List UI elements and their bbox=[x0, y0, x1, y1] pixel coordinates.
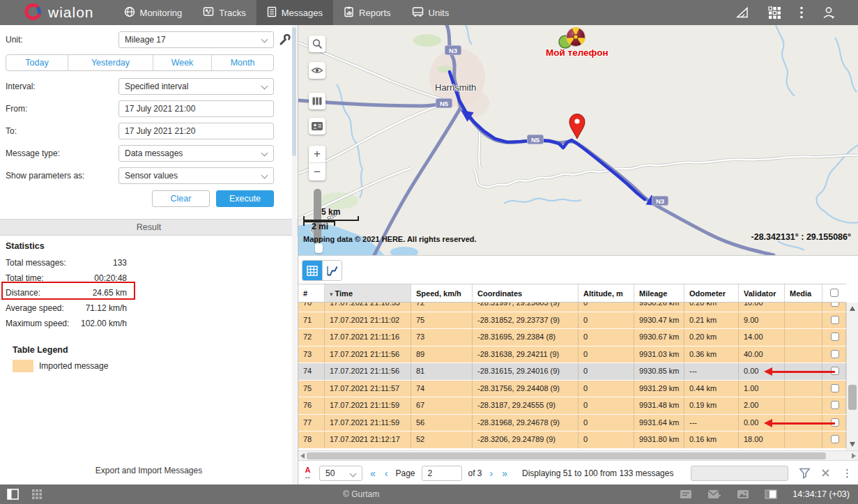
prev-page-button[interactable]: ‹ bbox=[383, 468, 390, 479]
col-header-odometer[interactable]: Odometer bbox=[684, 284, 739, 302]
range-today-button[interactable]: Today bbox=[6, 55, 68, 70]
row-checkbox[interactable] bbox=[831, 350, 839, 358]
zoom-out-button[interactable]: − bbox=[309, 163, 325, 181]
map-visibility-button[interactable] bbox=[309, 62, 325, 79]
split-view-icon[interactable] bbox=[765, 489, 777, 499]
clear-filter-icon[interactable] bbox=[821, 468, 830, 478]
first-page-button[interactable]: « bbox=[369, 468, 377, 479]
chart-view-button[interactable] bbox=[322, 261, 342, 280]
scrollbar-thumb[interactable] bbox=[848, 385, 857, 410]
next-page-button[interactable]: › bbox=[489, 468, 495, 479]
page-size-select[interactable]: 50 bbox=[319, 466, 362, 481]
map-search-button[interactable] bbox=[309, 36, 325, 52]
col-header-media[interactable]: Media bbox=[785, 284, 822, 302]
cell-time: 17.07.2021 21:11:59 bbox=[325, 415, 411, 432]
kebab-menu-icon[interactable] bbox=[800, 6, 803, 19]
table-row[interactable]: 7517.07.2021 21:11:5774-28.31756, 29.244… bbox=[298, 381, 846, 398]
row-checkbox[interactable] bbox=[831, 303, 839, 307]
col-header-coordinates[interactable]: Coordinates bbox=[473, 284, 579, 302]
map-contact-button[interactable] bbox=[309, 118, 325, 135]
tab-messages[interactable]: Messages bbox=[256, 0, 333, 25]
range-yesterday-button[interactable]: Yesterday bbox=[68, 55, 153, 70]
row-checkbox[interactable] bbox=[831, 401, 839, 409]
select-all-checkbox[interactable] bbox=[830, 289, 838, 297]
scroll-up-arrow[interactable] bbox=[850, 306, 855, 311]
scrollbar-thumb[interactable] bbox=[307, 452, 826, 459]
table-row[interactable]: 7817.07.2021 21:12:1752-28.3206, 29.2478… bbox=[298, 432, 846, 449]
table-row[interactable]: 7117.07.2021 21:11:0275-28.31852, 29.237… bbox=[298, 312, 846, 330]
from-date-value: 17 July 2021 21:00 bbox=[125, 104, 195, 114]
table-horizontal-scrollbar[interactable] bbox=[298, 450, 858, 460]
more-options-icon[interactable]: ⋮ bbox=[842, 470, 852, 477]
tab-units[interactable]: Units bbox=[401, 0, 460, 25]
user-account-icon[interactable] bbox=[822, 6, 836, 20]
last-page-button[interactable]: » bbox=[500, 468, 509, 479]
tab-reports[interactable]: Reports bbox=[333, 0, 401, 25]
pagination-status: Displaying 51 to 100 from 133 messages bbox=[522, 468, 673, 478]
range-month-button[interactable]: Month bbox=[211, 55, 273, 70]
table-row[interactable]: 7617.07.2021 21:11:5967-28.3187, 29.2455… bbox=[298, 397, 846, 415]
show-parameters-select[interactable]: Sensor values bbox=[118, 167, 274, 184]
tab-monitoring[interactable]: Monitoring bbox=[114, 0, 193, 25]
measure-tool-icon[interactable] bbox=[735, 6, 749, 19]
stat-value: 133 bbox=[113, 258, 127, 268]
unit-properties-wrench-icon[interactable] bbox=[278, 33, 291, 49]
scroll-down-arrow[interactable] bbox=[850, 442, 855, 447]
wialon-logo[interactable]: wialon bbox=[24, 3, 94, 22]
grid-dots-icon[interactable] bbox=[31, 489, 43, 500]
notes-icon[interactable] bbox=[680, 489, 692, 499]
row-checkbox[interactable] bbox=[831, 384, 839, 392]
table-view-button[interactable] bbox=[302, 261, 322, 280]
autofit-columns-icon[interactable]: A↔ bbox=[304, 467, 312, 480]
map-scale: 5 km 2 mi bbox=[303, 208, 359, 231]
map-splitter-nub[interactable] bbox=[315, 243, 323, 253]
scrollbar-thumb[interactable] bbox=[292, 27, 296, 156]
cell-validator: 10.00 bbox=[739, 303, 785, 312]
map-layers-button[interactable] bbox=[309, 93, 325, 109]
cell-validator: 18.00 bbox=[739, 432, 785, 448]
legend-item-label: Imported message bbox=[39, 361, 108, 371]
col-header-speed[interactable]: Speed, km/h bbox=[411, 284, 473, 302]
left-panel-scrollbar[interactable] bbox=[292, 25, 297, 484]
col-header-time[interactable]: ▾Time bbox=[325, 284, 411, 302]
media-icon[interactable] bbox=[737, 489, 749, 499]
table-row[interactable]: 7417.07.2021 21:11:5681-28.31615, 29.240… bbox=[298, 363, 846, 381]
zoom-in-button[interactable]: + bbox=[309, 146, 325, 163]
scroll-right-arrow[interactable] bbox=[852, 453, 856, 459]
col-header-altitude[interactable]: Altitude, m bbox=[579, 284, 634, 302]
row-checkbox[interactable] bbox=[831, 435, 839, 443]
table-rows: 7017.07.2021 21:10:5372-28.31997, 29.236… bbox=[298, 303, 846, 450]
row-checkbox[interactable] bbox=[831, 333, 839, 341]
table-row[interactable]: 7017.07.2021 21:10:5372-28.31997, 29.236… bbox=[298, 303, 846, 312]
apps-grid-icon[interactable] bbox=[768, 6, 781, 20]
table-filter-input[interactable] bbox=[691, 466, 788, 481]
to-date-input[interactable]: 17 July 2021 21:20 bbox=[118, 123, 274, 139]
range-week-button[interactable]: Week bbox=[153, 55, 211, 70]
cell-speed: 67 bbox=[411, 397, 473, 414]
col-header-num[interactable]: # bbox=[298, 284, 325, 302]
col-header-mileage[interactable]: Mileage bbox=[634, 284, 684, 302]
page-number-input[interactable]: 2 bbox=[422, 466, 462, 481]
filter-funnel-icon[interactable] bbox=[799, 467, 811, 479]
execute-button[interactable]: Execute bbox=[216, 190, 274, 207]
table-row[interactable]: 7317.07.2021 21:11:5689-28.31638, 29.242… bbox=[298, 346, 846, 364]
panel-toggle-icon[interactable] bbox=[7, 489, 19, 500]
cell-alt: 0 bbox=[579, 381, 634, 397]
export-import-link[interactable]: Export and Import Messages bbox=[0, 466, 298, 475]
map-canvas bbox=[298, 25, 858, 255]
mail-icon[interactable] bbox=[707, 489, 721, 499]
message-type-select[interactable]: Data messages bbox=[118, 145, 274, 162]
col-header-validator[interactable]: Validator bbox=[739, 284, 785, 302]
from-date-input[interactable]: 17 July 2021 21:00 bbox=[118, 100, 274, 117]
row-checkbox[interactable] bbox=[831, 316, 839, 324]
interval-select[interactable]: Specified interval bbox=[118, 78, 274, 95]
map[interactable]: Harrismith Мой телефон Maloti Rte N3 N5 … bbox=[298, 25, 858, 255]
tab-label: Monitoring bbox=[140, 8, 183, 18]
clear-button[interactable]: Clear bbox=[152, 190, 210, 207]
tab-tracks[interactable]: Tracks bbox=[192, 0, 256, 25]
unit-select[interactable]: Mileage 17 bbox=[118, 31, 274, 48]
scroll-left-arrow[interactable] bbox=[300, 453, 305, 459]
table-row[interactable]: 7717.07.2021 21:11:5956-28.31968, 29.246… bbox=[298, 415, 846, 432]
table-row[interactable]: 7217.07.2021 21:11:1673-28.31695, 29.238… bbox=[298, 329, 846, 346]
table-vertical-scrollbar[interactable] bbox=[846, 303, 858, 450]
